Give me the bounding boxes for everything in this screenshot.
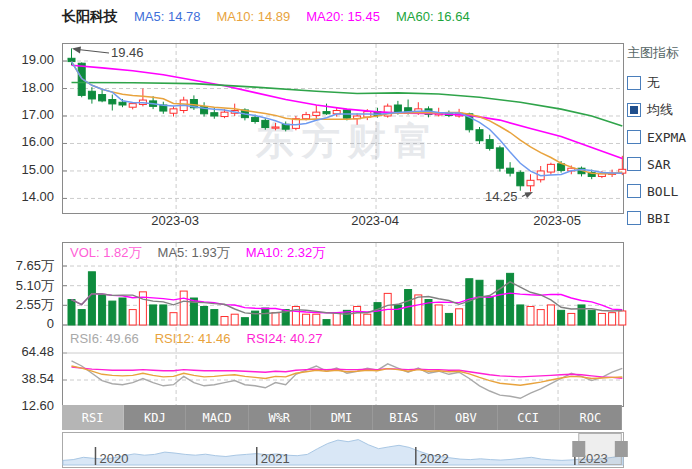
tab-macd[interactable]: MACD [186,405,248,430]
volume-y-tick: 5.10万 [16,277,54,295]
indicator-label: 均线 [647,101,673,119]
indicator-checkbox-BBI[interactable]: BBI [627,211,691,225]
rsi24-value: RSI24: 40.27 [247,331,323,346]
volume-rsi-panel [62,242,624,407]
stock-name: 长阳科技 [62,8,118,26]
volume-rsi-svg [63,243,623,406]
price-y-tick: 18.00 [21,80,54,95]
indicator-checkbox-SAR[interactable]: SAR [627,157,691,171]
checkbox-unchecked-icon[interactable] [627,157,641,171]
low-annotation: 14.25 [485,189,518,204]
indicator-checkbox-无[interactable]: 无 [627,76,691,90]
left-axis-column: 19.0018.0017.0016.0015.0014.007.65万5.10万… [0,0,58,469]
ma20-value: MA20: 15.45 [306,9,380,24]
timeline-navigator[interactable]: 2020202120222023 [62,432,624,468]
indicator-list: 无均线EXPMASARBOLLBBI [627,76,691,225]
nav-year-label: 2021 [261,451,290,466]
tab-obv[interactable]: OBV [435,405,497,430]
chart-header: 长阳科技 MA5: 14.78 MA10: 14.89 MA20: 15.45 … [62,8,470,26]
tab-w%r[interactable]: W%R [249,405,311,430]
indicator-checkbox-EXPMA[interactable]: EXPMA [627,130,691,144]
navigator-svg: 2020202120222023 [63,433,623,465]
price-y-tick: 16.00 [21,134,54,149]
indicator-tabbar: RSIKDJMACDW%RDMIBIASOBVCCIROC [62,405,622,430]
tab-kdj[interactable]: KDJ [124,405,186,430]
indicator-label: EXPMA [647,130,686,145]
volume-header: VOL: 1.82万 MA5: 1.93万 MA10: 2.32万 [70,244,325,262]
ma10-value: MA10: 14.89 [217,9,291,24]
x-axis-label: 2023-03 [151,213,199,228]
tab-bias[interactable]: BIAS [373,405,435,430]
checkbox-unchecked-icon[interactable] [627,184,641,198]
indicator-label: SAR [647,157,670,172]
rsi6-value: RSI6: 49.66 [70,331,139,346]
rsi-y-tick: 38.54 [21,371,54,386]
checkbox-unchecked-icon[interactable] [627,130,641,144]
x-axis-label: 2023-05 [533,213,581,228]
price-y-tick: 15.00 [21,162,54,177]
indicator-checkbox-BOLL[interactable]: BOLL [627,184,691,198]
price-x-axis: 2023-032023-042023-05 [0,213,692,229]
rsi-y-tick: 64.48 [21,344,54,359]
nav-year-label: 2020 [99,451,128,466]
indicator-checkbox-均线[interactable]: 均线 [627,103,691,117]
indicator-label: BBI [647,211,670,226]
indicator-label: BOLL [647,184,678,199]
price-chart-svg: 东方财富19.4614.25 [63,44,623,213]
stock-chart-app: 长阳科技 MA5: 14.78 MA10: 14.89 MA20: 15.45 … [0,0,692,469]
checkbox-unchecked-icon[interactable] [627,211,641,225]
tab-cci[interactable]: CCI [498,405,560,430]
volume-y-tick: 0 [47,316,54,331]
x-axis-label: 2023-04 [351,213,399,228]
price-chart-panel: 东方财富19.4614.25 [62,43,624,214]
checkbox-unchecked-icon[interactable] [627,76,641,90]
ma5-value: MA5: 14.78 [134,9,201,24]
price-y-tick: 17.00 [21,107,54,122]
nav-right-handle[interactable] [615,441,628,457]
ma60-value: MA60: 16.64 [396,9,470,24]
price-y-tick: 19.00 [21,52,54,67]
indicator-sidebar: 主图指标 无均线EXPMASARBOLLBBI [627,44,691,238]
checkbox-checked-icon[interactable] [627,103,641,117]
tab-rsi[interactable]: RSI [62,405,124,430]
tab-roc[interactable]: ROC [560,405,622,430]
high-annotation: 19.46 [111,45,144,60]
vol-ma10-value: MA10: 2.32万 [246,244,326,262]
vol-value: VOL: 1.82万 [70,244,142,262]
nav-year-label: 2022 [420,451,449,466]
volume-y-tick: 7.65万 [16,257,54,275]
nav-left-handle[interactable] [572,441,585,457]
tab-dmi[interactable]: DMI [311,405,373,430]
volume-y-tick: 2.55万 [16,296,54,314]
sidebar-title: 主图指标 [627,44,691,62]
vol-ma5-value: MA5: 1.93万 [158,244,230,262]
rsi12-value: RSI12: 41.46 [155,331,231,346]
indicator-label: 无 [647,74,660,92]
rsi-y-tick: 12.60 [21,398,54,413]
price-y-tick: 14.00 [21,189,54,204]
rsi-header: RSI6: 49.66 RSI12: 41.46 RSI24: 40.27 [70,331,322,346]
